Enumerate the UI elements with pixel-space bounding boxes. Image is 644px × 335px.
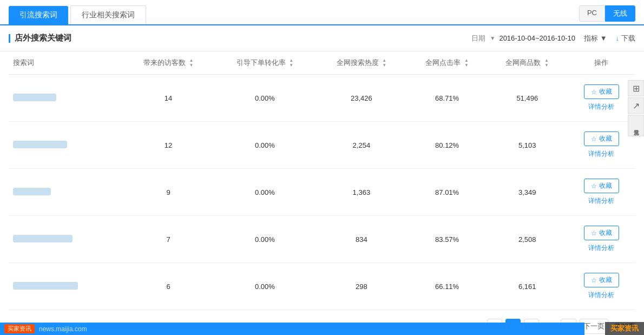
data-table-wrap: 搜索词 带来的访客数 ▲▼ 引导下单转化率 ▲▼ 全网搜索热度 ▲▼ 全网点击 (0, 51, 644, 310)
cell-visits-1: 12 (123, 122, 214, 169)
cell-click-rate-1: 80.12% (407, 122, 487, 169)
device-button-group: PC 无线 (579, 5, 635, 22)
star-icon-0: ☆ (591, 88, 597, 96)
cell-search-heat-0: 23,426 (316, 75, 407, 122)
col-header-keyword: 搜索词 (9, 51, 123, 75)
cell-keyword-0 (9, 75, 123, 122)
cell-visits-2: 9 (123, 169, 214, 216)
detail-button-4[interactable]: 详情分析 (588, 291, 614, 300)
keyword-placeholder-4 (13, 282, 78, 290)
watermark: 买家资讯 (605, 322, 644, 335)
detail-button-0[interactable]: 详情分析 (588, 102, 614, 111)
keyword-placeholder-0 (13, 94, 56, 101)
collect-button-1[interactable]: ☆ 收藏 (584, 132, 619, 146)
star-icon-4: ☆ (591, 277, 597, 284)
device-wireless-button[interactable]: 无线 (605, 5, 635, 22)
cell-conversion-2: 0.00% (214, 169, 316, 216)
collect-button-0[interactable]: ☆ 收藏 (584, 84, 619, 99)
date-range-value: 2016-10-04~2016-10-10 (499, 34, 575, 42)
cell-action-3: ☆ 收藏 详情分析 (567, 216, 635, 263)
news-url: news.maijia.com (39, 325, 87, 333)
detail-button-1[interactable]: 详情分析 (588, 149, 614, 159)
cell-visits-4: 6 (123, 263, 214, 310)
star-icon-1: ☆ (591, 135, 597, 143)
collect-button-4[interactable]: ☆ 收藏 (584, 273, 619, 287)
col-header-conversion[interactable]: 引导下单转化率 ▲▼ (214, 51, 316, 75)
cell-product-count-3: 2,508 (487, 216, 567, 263)
cell-action-4: ☆ 收藏 详情分析 (567, 263, 635, 310)
watermark-text: 买家资讯 (610, 324, 639, 332)
col-header-visits[interactable]: 带来的访客数 ▲▼ (123, 51, 214, 75)
cell-action-2: ☆ 收藏 详情分析 (567, 169, 635, 216)
sidebar-feedback-icon[interactable]: 意见反馈 (628, 115, 644, 136)
cell-action-0: ☆ 收藏 详情分析 (567, 75, 635, 122)
cell-conversion-3: 0.00% (214, 216, 316, 263)
sidebar-share-icon[interactable]: ↗ (628, 97, 644, 114)
date-arrow-icon: ▼ (490, 35, 495, 41)
col-header-action: 操作 (567, 51, 635, 75)
collect-button-2[interactable]: ☆ 收藏 (584, 179, 619, 193)
cell-click-rate-2: 87.01% (407, 169, 487, 216)
table-row: 9 0.00% 1,363 87.01% 3,349 ☆ 收藏 详情分析 (9, 169, 635, 216)
cell-search-heat-2: 1,363 (316, 169, 407, 216)
cell-product-count-4: 6,161 (487, 263, 567, 310)
section-header: 店外搜索关键词 日期 ▼ 2016-10-04~2016-10-10 指标 ▼ … (0, 25, 644, 51)
cell-conversion-0: 0.00% (214, 75, 316, 122)
cell-keyword-4 (9, 263, 123, 310)
tab-industry[interactable]: 行业相关搜索词 (70, 5, 146, 24)
cell-product-count-1: 5,103 (487, 122, 567, 169)
cell-keyword-1 (9, 122, 123, 169)
download-button[interactable]: ↓ 下载 (616, 34, 636, 43)
device-pc-button[interactable]: PC (579, 5, 605, 22)
sort-icon-conversion: ▲▼ (289, 58, 293, 68)
cell-product-count-2: 3,349 (487, 169, 567, 216)
cell-visits-0: 14 (123, 75, 214, 122)
download-icon: ↓ (616, 34, 620, 42)
cell-product-count-0: 51,496 (487, 75, 567, 122)
cell-keyword-3 (9, 216, 123, 263)
cell-keyword-2 (9, 169, 123, 216)
table-row: 14 0.00% 23,426 68.71% 51,496 ☆ 收藏 详情分析 (9, 75, 635, 122)
cell-visits-3: 7 (123, 216, 214, 263)
detail-button-3[interactable]: 详情分析 (588, 244, 614, 253)
sort-icon-search-heat: ▲▼ (382, 58, 386, 68)
detail-button-2[interactable]: 详情分析 (588, 196, 614, 206)
table-row: 7 0.00% 834 83.57% 2,508 ☆ 收藏 详情分析 (9, 216, 635, 263)
metrics-button[interactable]: 指标 ▼ (584, 34, 607, 43)
keyword-placeholder-3 (13, 235, 73, 242)
right-sidebar: ⊞ ↗ 意见反馈 (628, 80, 644, 136)
col-header-click-rate[interactable]: 全网点击率 ▲▼ (407, 51, 487, 75)
date-filter[interactable]: 日期 ▼ 2016-10-04~2016-10-10 (471, 34, 575, 43)
cell-search-heat-1: 2,254 (316, 122, 407, 169)
table-row: 6 0.00% 298 66.11% 6,161 ☆ 收藏 详情分析 (9, 263, 635, 310)
cell-click-rate-4: 66.11% (407, 263, 487, 310)
date-label: 日期 (471, 34, 485, 43)
cell-search-heat-3: 834 (316, 216, 407, 263)
star-icon-2: ☆ (591, 182, 597, 190)
data-table: 搜索词 带来的访客数 ▲▼ 引导下单转化率 ▲▼ 全网搜索热度 ▲▼ 全网点击 (9, 51, 635, 310)
sort-icon-click-rate: ▲▼ (464, 58, 469, 68)
news-tag: 买家资讯 (4, 324, 35, 333)
cell-conversion-4: 0.00% (214, 263, 316, 310)
cell-action-1: ☆ 收藏 详情分析 (567, 122, 635, 169)
keyword-placeholder-2 (13, 188, 51, 195)
table-row: 12 0.00% 2,254 80.12% 5,103 ☆ 收藏 详情分析 (9, 122, 635, 169)
cell-search-heat-4: 298 (316, 263, 407, 310)
table-header-row: 搜索词 带来的访客数 ▲▼ 引导下单转化率 ▲▼ 全网搜索热度 ▲▼ 全网点击 (9, 51, 635, 75)
cell-conversion-1: 0.00% (214, 122, 316, 169)
title-accent-bar (9, 34, 10, 43)
tab-traffic[interactable]: 引流搜索词 (9, 6, 68, 24)
keyword-placeholder-1 (13, 141, 67, 148)
sidebar-grid-icon[interactable]: ⊞ (628, 80, 644, 96)
cell-click-rate-0: 68.71% (407, 75, 487, 122)
header-controls: 日期 ▼ 2016-10-04~2016-10-10 指标 ▼ ↓ 下载 (471, 34, 635, 43)
col-header-product-count[interactable]: 全网商品数 ▲▼ (487, 51, 567, 75)
col-header-search-heat[interactable]: 全网搜索热度 ▲▼ (316, 51, 407, 75)
tab-bar: 引流搜索词 行业相关搜索词 PC 无线 (0, 0, 644, 25)
section-title: 店外搜索关键词 (15, 33, 71, 43)
collect-button-3[interactable]: ☆ 收藏 (584, 226, 619, 240)
star-icon-3: ☆ (591, 229, 597, 237)
cell-click-rate-3: 83.57% (407, 216, 487, 263)
news-bar: 买家资讯 news.maijia.com (0, 323, 584, 335)
metrics-arrow-icon: ▼ (600, 34, 607, 42)
